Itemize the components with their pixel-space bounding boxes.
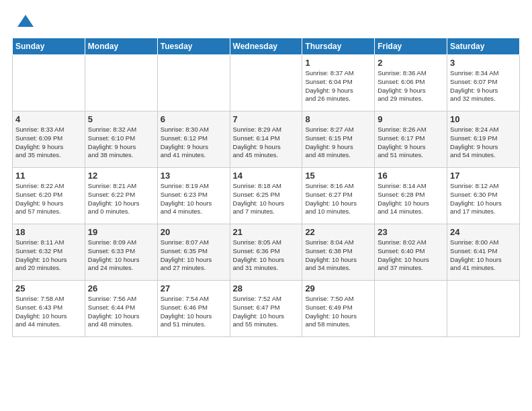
day-number: 2	[378, 58, 444, 68]
day-cell: 20Sunrise: 8:07 AM Sunset: 6:35 PM Dayli…	[157, 224, 230, 281]
day-cell: 11Sunrise: 8:22 AM Sunset: 6:20 PM Dayli…	[13, 168, 85, 224]
week-row-4: 18Sunrise: 8:11 AM Sunset: 6:32 PM Dayli…	[13, 224, 520, 281]
day-number: 20	[161, 227, 227, 237]
day-info: Sunrise: 8:04 AM Sunset: 6:38 PM Dayligh…	[305, 238, 371, 273]
day-cell: 7Sunrise: 8:29 AM Sunset: 6:14 PM Daylig…	[230, 111, 302, 168]
day-number: 15	[305, 171, 371, 181]
day-cell: 13Sunrise: 8:19 AM Sunset: 6:23 PM Dayli…	[157, 168, 230, 224]
calendar-table: SundayMondayTuesdayWednesdayThursdayFrid…	[12, 38, 520, 337]
day-info: Sunrise: 8:33 AM Sunset: 6:09 PM Dayligh…	[15, 126, 82, 160]
day-info: Sunrise: 8:07 AM Sunset: 6:35 PM Dayligh…	[161, 238, 227, 273]
week-row-1: 1Sunrise: 8:37 AM Sunset: 6:04 PM Daylig…	[13, 55, 520, 111]
day-cell	[13, 55, 85, 111]
day-number: 7	[233, 114, 300, 124]
week-row-5: 25Sunrise: 7:58 AM Sunset: 6:43 PM Dayli…	[13, 281, 520, 337]
day-cell: 16Sunrise: 8:14 AM Sunset: 6:28 PM Dayli…	[375, 168, 447, 224]
day-number: 16	[378, 171, 444, 181]
day-number: 27	[161, 283, 227, 293]
calendar-page: SundayMondayTuesdayWednesdayThursdayFrid…	[0, 0, 532, 411]
day-cell	[157, 55, 230, 111]
day-info: Sunrise: 8:11 AM Sunset: 6:32 PM Dayligh…	[15, 238, 82, 273]
day-info: Sunrise: 8:36 AM Sunset: 6:06 PM Dayligh…	[378, 69, 444, 103]
day-number: 25	[15, 283, 82, 293]
day-info: Sunrise: 8:16 AM Sunset: 6:27 PM Dayligh…	[305, 182, 371, 216]
day-number: 24	[450, 227, 517, 237]
col-header-saturday: Saturday	[447, 38, 520, 55]
day-cell: 1Sunrise: 8:37 AM Sunset: 6:04 PM Daylig…	[302, 55, 375, 111]
col-header-thursday: Thursday	[302, 38, 375, 55]
day-number: 29	[305, 283, 371, 293]
day-info: Sunrise: 8:22 AM Sunset: 6:20 PM Dayligh…	[15, 182, 82, 216]
day-info: Sunrise: 8:34 AM Sunset: 6:07 PM Dayligh…	[450, 69, 517, 103]
day-number: 12	[88, 171, 154, 181]
day-cell: 24Sunrise: 8:00 AM Sunset: 6:41 PM Dayli…	[447, 224, 520, 281]
day-info: Sunrise: 8:05 AM Sunset: 6:36 PM Dayligh…	[233, 238, 300, 273]
logo	[12, 12, 35, 31]
day-number: 21	[233, 227, 300, 237]
day-info: Sunrise: 8:19 AM Sunset: 6:23 PM Dayligh…	[161, 182, 227, 216]
day-cell: 29Sunrise: 7:50 AM Sunset: 6:49 PM Dayli…	[302, 281, 375, 337]
day-number: 3	[450, 58, 517, 68]
day-cell: 12Sunrise: 8:21 AM Sunset: 6:22 PM Dayli…	[85, 168, 157, 224]
day-number: 28	[233, 283, 300, 293]
day-cell: 26Sunrise: 7:56 AM Sunset: 6:44 PM Dayli…	[85, 281, 157, 337]
header-row: SundayMondayTuesdayWednesdayThursdayFrid…	[13, 38, 520, 55]
day-cell: 28Sunrise: 7:52 AM Sunset: 6:47 PM Dayli…	[230, 281, 302, 337]
day-cell: 5Sunrise: 8:32 AM Sunset: 6:10 PM Daylig…	[85, 111, 157, 168]
day-info: Sunrise: 8:00 AM Sunset: 6:41 PM Dayligh…	[450, 238, 517, 273]
day-number: 23	[378, 227, 444, 237]
day-info: Sunrise: 7:58 AM Sunset: 6:43 PM Dayligh…	[15, 295, 82, 329]
col-header-friday: Friday	[375, 38, 447, 55]
day-number: 4	[15, 114, 82, 124]
day-cell: 3Sunrise: 8:34 AM Sunset: 6:07 PM Daylig…	[447, 55, 520, 111]
day-info: Sunrise: 8:27 AM Sunset: 6:15 PM Dayligh…	[305, 126, 371, 160]
day-cell: 15Sunrise: 8:16 AM Sunset: 6:27 PM Dayli…	[302, 168, 375, 224]
logo-icon	[16, 12, 35, 31]
day-number: 17	[450, 171, 517, 181]
day-number: 9	[378, 114, 444, 124]
day-cell	[230, 55, 302, 111]
col-header-monday: Monday	[85, 38, 157, 55]
week-row-3: 11Sunrise: 8:22 AM Sunset: 6:20 PM Dayli…	[13, 168, 520, 224]
day-info: Sunrise: 8:09 AM Sunset: 6:33 PM Dayligh…	[88, 238, 154, 273]
day-info: Sunrise: 7:50 AM Sunset: 6:49 PM Dayligh…	[305, 295, 371, 329]
day-cell: 18Sunrise: 8:11 AM Sunset: 6:32 PM Dayli…	[13, 224, 85, 281]
day-info: Sunrise: 8:18 AM Sunset: 6:25 PM Dayligh…	[233, 182, 300, 216]
day-info: Sunrise: 8:24 AM Sunset: 6:19 PM Dayligh…	[450, 126, 517, 160]
col-header-tuesday: Tuesday	[157, 38, 230, 55]
day-number: 6	[161, 114, 227, 124]
day-cell: 14Sunrise: 8:18 AM Sunset: 6:25 PM Dayli…	[230, 168, 302, 224]
day-info: Sunrise: 8:12 AM Sunset: 6:30 PM Dayligh…	[450, 182, 517, 216]
day-cell	[375, 281, 447, 337]
day-info: Sunrise: 8:14 AM Sunset: 6:28 PM Dayligh…	[378, 182, 444, 216]
day-cell: 27Sunrise: 7:54 AM Sunset: 6:46 PM Dayli…	[157, 281, 230, 337]
day-info: Sunrise: 7:54 AM Sunset: 6:46 PM Dayligh…	[161, 295, 227, 329]
day-info: Sunrise: 8:30 AM Sunset: 6:12 PM Dayligh…	[161, 126, 227, 160]
day-cell: 22Sunrise: 8:04 AM Sunset: 6:38 PM Dayli…	[302, 224, 375, 281]
day-info: Sunrise: 8:02 AM Sunset: 6:40 PM Dayligh…	[378, 238, 444, 273]
day-info: Sunrise: 7:52 AM Sunset: 6:47 PM Dayligh…	[233, 295, 300, 329]
day-number: 10	[450, 114, 517, 124]
day-number: 13	[161, 171, 227, 181]
day-number: 8	[305, 114, 371, 124]
day-cell: 23Sunrise: 8:02 AM Sunset: 6:40 PM Dayli…	[375, 224, 447, 281]
day-cell: 8Sunrise: 8:27 AM Sunset: 6:15 PM Daylig…	[302, 111, 375, 168]
day-cell	[447, 281, 520, 337]
day-cell: 6Sunrise: 8:30 AM Sunset: 6:12 PM Daylig…	[157, 111, 230, 168]
day-cell: 10Sunrise: 8:24 AM Sunset: 6:19 PM Dayli…	[447, 111, 520, 168]
header	[12, 12, 520, 31]
day-info: Sunrise: 8:37 AM Sunset: 6:04 PM Dayligh…	[305, 69, 371, 103]
day-number: 1	[305, 58, 371, 68]
day-number: 26	[88, 283, 154, 293]
day-info: Sunrise: 8:21 AM Sunset: 6:22 PM Dayligh…	[88, 182, 154, 216]
day-cell: 2Sunrise: 8:36 AM Sunset: 6:06 PM Daylig…	[375, 55, 447, 111]
day-cell: 25Sunrise: 7:58 AM Sunset: 6:43 PM Dayli…	[13, 281, 85, 337]
day-cell: 19Sunrise: 8:09 AM Sunset: 6:33 PM Dayli…	[85, 224, 157, 281]
day-cell: 9Sunrise: 8:26 AM Sunset: 6:17 PM Daylig…	[375, 111, 447, 168]
day-info: Sunrise: 8:26 AM Sunset: 6:17 PM Dayligh…	[378, 126, 444, 160]
week-row-2: 4Sunrise: 8:33 AM Sunset: 6:09 PM Daylig…	[13, 111, 520, 168]
day-number: 14	[233, 171, 300, 181]
day-info: Sunrise: 8:29 AM Sunset: 6:14 PM Dayligh…	[233, 126, 300, 160]
day-number: 22	[305, 227, 371, 237]
day-cell	[85, 55, 157, 111]
